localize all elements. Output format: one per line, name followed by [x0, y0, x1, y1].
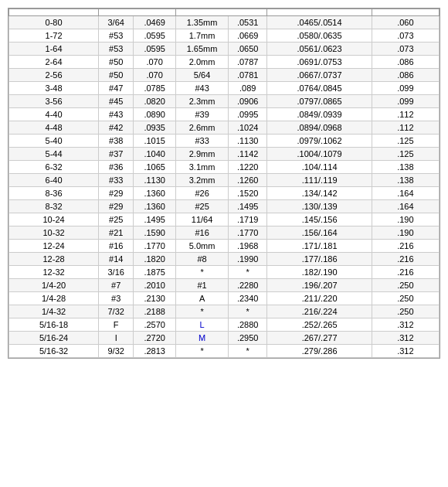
- table-cell: 1-64: [9, 43, 99, 56]
- table-cell: .125: [372, 135, 439, 148]
- table-cell: 2-56: [9, 69, 99, 82]
- table-cell: #38: [99, 135, 134, 148]
- table-cell: 1-72: [9, 29, 99, 43]
- table-row: 1-72#53.05951.7mm.0669.0580/.0635.073: [9, 29, 440, 43]
- table-cell: .0650: [229, 43, 267, 56]
- table-cell: .0781: [229, 69, 267, 82]
- table-cell: 8-32: [9, 200, 99, 213]
- table-cell: .0580/.0635: [267, 29, 372, 43]
- table-cell: .130/.139: [267, 200, 372, 213]
- table-cell: #43: [99, 108, 134, 121]
- table-cell: 0-80: [9, 16, 99, 29]
- table-cell: 8-36: [9, 187, 99, 200]
- table-cell: .1130: [229, 135, 267, 148]
- table-cell: #45: [99, 95, 134, 108]
- table-cell: 3/64: [99, 16, 134, 29]
- table-row: 3-48#47.0785#43.089.0764/.0845.099: [9, 82, 440, 95]
- table-cell: F: [99, 318, 134, 332]
- table-cell: .073: [372, 43, 439, 56]
- table-cell: 5.0mm: [176, 240, 229, 253]
- table-row: 1/4-20#7.2010#1.2280.196/.207.250: [9, 279, 440, 292]
- table-row: 4-48#42.09352.6mm.1024.0894/.0968.112: [9, 121, 440, 135]
- table-row: 12-323/16.1875**.182/.190.216: [9, 266, 440, 279]
- table-cell: .0906: [229, 95, 267, 108]
- table-cell: .0691/.0753: [267, 56, 372, 69]
- table-cell: 1/4-32: [9, 305, 99, 318]
- table-cell: .1360: [134, 200, 176, 213]
- table-cell: .216: [372, 240, 439, 253]
- table-cell: I: [99, 332, 134, 345]
- table-cell: .2720: [134, 332, 176, 345]
- table-cell: .1770: [134, 240, 176, 253]
- table-cell: 5/16-24: [9, 332, 99, 345]
- header-minor: [267, 9, 372, 16]
- table-cell: .1875: [134, 266, 176, 279]
- table-cell: .1495: [229, 200, 267, 213]
- table-cell: 12-24: [9, 240, 99, 253]
- table-cell: .1220: [229, 161, 267, 174]
- table-cell: *: [229, 305, 267, 318]
- table-cell: .2340: [229, 292, 267, 305]
- table-cell: *: [229, 345, 267, 358]
- table-cell: .111/.119: [267, 174, 372, 187]
- table-cell: 9/32: [99, 345, 134, 358]
- table-cell: #50: [99, 56, 134, 69]
- table-cell: 1.7mm: [176, 29, 229, 43]
- table-cell: .279/.286: [267, 345, 372, 358]
- table-cell: 2.9mm: [176, 148, 229, 161]
- table-cell: 12-32: [9, 266, 99, 279]
- table-cell: .1520: [229, 187, 267, 200]
- table-cell: .211/.220: [267, 292, 372, 305]
- table-cell: .164: [372, 200, 439, 213]
- header-major: [372, 9, 439, 16]
- table-cell: 12-28: [9, 253, 99, 266]
- table-cell: .112: [372, 121, 439, 135]
- table-cell: 11/64: [176, 213, 229, 226]
- table-cell: .0561/.0623: [267, 43, 372, 56]
- table-cell: .0849/.0939: [267, 108, 372, 121]
- table-cell: #26: [176, 187, 229, 200]
- table-row: 1-64#53.05951.65mm.0650.0561/.0623.073: [9, 43, 440, 56]
- table-cell: .112: [372, 108, 439, 121]
- table-row: 2-56#50.0705/64.0781.0667/.0737.086: [9, 69, 440, 82]
- table-cell: A: [176, 292, 229, 305]
- table-cell: .073: [372, 29, 439, 43]
- table-cell: #53: [99, 29, 134, 43]
- table-cell: *: [229, 266, 267, 279]
- header-tap-size: [9, 9, 99, 16]
- table-row: 10-32#21.1590#16.1770.156/.164.190: [9, 226, 440, 240]
- table-cell: .164: [372, 187, 439, 200]
- table-cell: .104/.114: [267, 161, 372, 174]
- table-cell: *: [176, 345, 229, 358]
- table-row: 10-24#25.149511/64.1719.145/.156.190: [9, 213, 440, 226]
- table-cell: .312: [372, 332, 439, 345]
- table-row: 6-32#36.10653.1mm.1220.104/.114.138: [9, 161, 440, 174]
- table-cell: .312: [372, 318, 439, 332]
- table-cell: .0995: [229, 108, 267, 121]
- table-cell: 10-32: [9, 226, 99, 240]
- table-cell: 5/64: [176, 69, 229, 82]
- table-row: 2-64#50.0702.0mm.0787.0691/.0753.086: [9, 56, 440, 69]
- table-cell: .099: [372, 82, 439, 95]
- table-cell: .2880: [229, 318, 267, 332]
- table-cell: .2010: [134, 279, 176, 292]
- table-cell: #16: [99, 240, 134, 253]
- table-cell: 3.1mm: [176, 161, 229, 174]
- table-cell: #14: [99, 253, 134, 266]
- table-cell: #50: [99, 69, 134, 82]
- table-cell: #16: [176, 226, 229, 240]
- table-cell: .0669: [229, 29, 267, 43]
- table-cell: #3: [99, 292, 134, 305]
- header-roll-tap-drill: [176, 9, 267, 16]
- table-cell: #33: [176, 135, 229, 148]
- table-cell: .1142: [229, 148, 267, 161]
- table-row: 3-56#45.08202.3mm.0906.0797/.0865.099: [9, 95, 440, 108]
- table-cell: .0935: [134, 121, 176, 135]
- table-cell: .1968: [229, 240, 267, 253]
- table-cell: .190: [372, 213, 439, 226]
- table-row: 5/16-18F.2570L.2880.252/.265.312: [9, 318, 440, 332]
- table-cell: .182/.190: [267, 266, 372, 279]
- table-cell: #42: [99, 121, 134, 135]
- table-row: 6-40#33.11303.2mm.1260.111/.119.138: [9, 174, 440, 187]
- table-cell: .1004/.1079: [267, 148, 372, 161]
